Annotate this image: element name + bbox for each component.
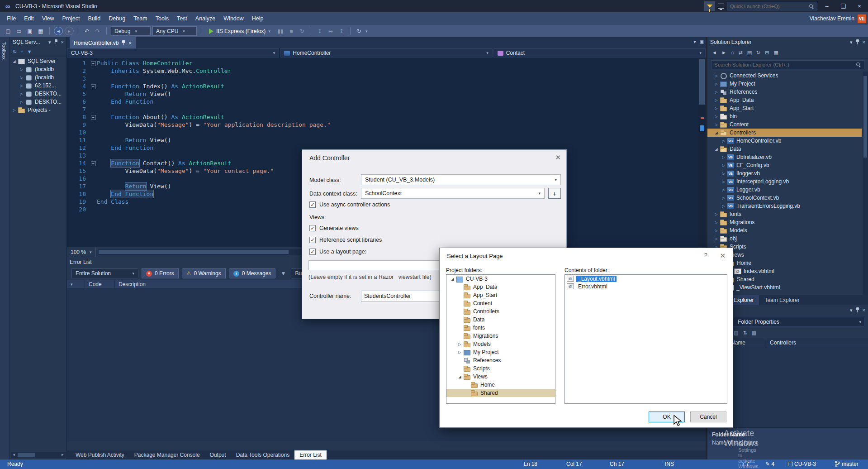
folder-item-home[interactable]: Home <box>446 381 555 389</box>
chevron-down-icon[interactable]: ▾ <box>48 40 51 45</box>
solution-item-obj[interactable]: ▷obj <box>707 234 862 243</box>
menu-window[interactable]: Window <box>219 12 247 25</box>
solution-item-interceptorlogging-vb[interactable]: ▷VBInterceptorLogging.vb <box>707 177 862 186</box>
close-icon[interactable]: × <box>61 40 64 45</box>
restore-button[interactable]: ❏ <box>836 0 850 12</box>
menu-debug[interactable]: Debug <box>104 12 129 25</box>
expander-icon[interactable]: ▷ <box>18 67 25 72</box>
pin-icon[interactable] <box>856 39 859 45</box>
menu-team[interactable]: Team <box>129 12 152 25</box>
expander-icon[interactable]: ▷ <box>713 98 720 102</box>
menu-help[interactable]: Help <box>248 12 268 25</box>
solution-item-homecontroller-vb[interactable]: ▷VBHomeController.vb <box>707 137 862 145</box>
close-icon[interactable]: × <box>863 308 865 313</box>
bottom-tab-error-list[interactable]: Error List <box>294 450 327 459</box>
restart-icon[interactable]: ↻ <box>298 27 307 36</box>
expander-icon[interactable]: ▷ <box>11 108 18 112</box>
solution-item-content[interactable]: ▷Content <box>707 120 862 129</box>
folder-item-app-data[interactable]: App_Data <box>446 283 555 291</box>
use-async-checkbox[interactable]: Use async controller actions <box>309 201 390 208</box>
solution-item-connected-services[interactable]: ▷Connected Services <box>707 72 862 80</box>
pin-icon[interactable] <box>122 40 125 46</box>
solution-search-box[interactable] <box>711 60 864 69</box>
expander-icon[interactable]: ▷ <box>456 342 463 346</box>
data-context-dropdown[interactable]: SchoolContext▾ <box>361 188 545 199</box>
folder-item-fonts[interactable]: fonts <box>446 324 555 332</box>
menu-file[interactable]: File <box>3 12 20 25</box>
expander-icon[interactable]: ▷ <box>720 204 727 208</box>
menu-tools[interactable]: Tools <box>152 12 173 25</box>
step-over-icon[interactable]: ↦ <box>326 27 335 36</box>
chevron-down-icon[interactable]: ▾ <box>850 308 853 313</box>
folder-item-views[interactable]: ◢Views <box>446 373 555 381</box>
folder-item-app-start[interactable]: App_Start <box>446 291 555 299</box>
messages-filter-button[interactable]: i 0 Messages <box>229 268 276 278</box>
solution-item-models[interactable]: ▷Models <box>707 226 862 234</box>
feedback-filter-button[interactable] <box>704 1 715 11</box>
close-icon[interactable]: ✕ <box>555 153 561 162</box>
pin-icon[interactable] <box>856 307 859 313</box>
solution-platforms-dropdown[interactable]: Any CPU▾ <box>152 26 197 36</box>
sql-horizontal-scrollbar[interactable]: ◄ ► <box>11 452 66 458</box>
solution-item-dbinitializer-vb[interactable]: ▷VBDbInitializer.vb <box>707 153 862 161</box>
browser-link-refresh-icon[interactable]: ↻ <box>355 27 364 36</box>
ok-button[interactable]: OK <box>649 412 685 422</box>
expander-icon[interactable]: ◢ <box>11 59 18 63</box>
browser-link-dropdown-icon[interactable]: ▾ <box>365 29 368 34</box>
help-icon[interactable]: ? <box>704 252 707 258</box>
solution-search-input[interactable] <box>714 62 856 67</box>
member-dropdown[interactable]: Contact▾ <box>493 48 706 57</box>
menu-test[interactable]: Test <box>173 12 191 25</box>
expander-icon[interactable]: ▷ <box>720 163 727 168</box>
file-item-layout-vbhtml[interactable]: @_Layout.vbhtml <box>565 275 727 282</box>
expander-icon[interactable]: ▷ <box>18 92 25 96</box>
warnings-filter-button[interactable]: ⚠ 0 Warnings <box>182 268 226 278</box>
close-button[interactable]: × <box>853 0 866 12</box>
fold-collapse-icon[interactable]: − <box>91 161 96 166</box>
expander-icon[interactable]: ▷ <box>713 90 720 94</box>
editor-vertical-scrollbar[interactable] <box>698 57 706 247</box>
toolbox-tab[interactable]: Toolbox <box>1 42 7 60</box>
folder-item-shared[interactable]: Shared <box>446 389 555 397</box>
quick-launch-box[interactable] <box>727 2 817 10</box>
collapse-all-icon[interactable]: ⊟ <box>765 50 769 55</box>
scroll-thumb[interactable] <box>18 453 35 457</box>
filter-icon[interactable]: ▼ <box>27 49 32 54</box>
new-file-icon[interactable]: ▢ <box>4 27 13 36</box>
close-icon[interactable]: ✕ <box>720 252 726 260</box>
reference-scripts-checkbox[interactable]: Reference script libraries <box>309 237 382 243</box>
fold-collapse-icon[interactable]: − <box>91 84 96 89</box>
menu-project[interactable]: Project <box>58 12 84 25</box>
switch-views-icon[interactable]: ⇄ <box>738 50 742 55</box>
sql-item-62-152[interactable]: ▷62.152... <box>10 81 66 90</box>
folder-item-controllers[interactable]: Controllers <box>446 307 555 316</box>
filter-icon[interactable]: ▼ <box>279 269 288 278</box>
zoom-select[interactable]: 100 %▾ <box>67 248 96 257</box>
fold-collapse-icon[interactable]: − <box>91 61 96 66</box>
solution-item-transienterrorslogging-vb[interactable]: ▷VBTransientErrorsLogging.vb <box>707 202 862 210</box>
solution-configurations-dropdown[interactable]: Debug▾ <box>111 26 151 36</box>
errors-filter-button[interactable]: × 0 Errors <box>142 268 179 278</box>
sql-item-localdb[interactable]: ▷(localdb <box>10 73 66 81</box>
bottom-tab-output[interactable]: Output <box>205 450 231 459</box>
add-server-icon[interactable]: + <box>20 49 23 54</box>
bottom-tab-web-publish-activity[interactable]: Web Publish Activity <box>71 450 129 459</box>
refresh-icon[interactable]: ↻ <box>13 49 17 54</box>
folder-item-models[interactable]: ▷Models <box>446 340 555 348</box>
file-item-error-vbhtml[interactable]: @Error.vbhtml <box>565 282 727 290</box>
git-changes-button[interactable]: ✎ 4 <box>765 459 774 469</box>
sql-item-deskto[interactable]: ▷DESKTO... <box>10 90 66 98</box>
sql-item-localdb[interactable]: ▷(localdb <box>10 65 66 73</box>
tab-homecontroller[interactable]: HomeController.vb × <box>70 37 136 48</box>
folder-item-my-project[interactable]: ▷My Project <box>446 348 555 356</box>
start-debugging-button[interactable]: IIS Express (Firefox) ▾ <box>205 26 274 36</box>
pause-icon[interactable]: ▮▮ <box>276 27 285 36</box>
bottom-tab-data-tools-operations[interactable]: Data Tools Operations <box>231 450 295 459</box>
home-icon[interactable]: ⌂ <box>731 50 734 55</box>
git-repository-button[interactable]: CU-VB-3 <box>788 459 816 469</box>
pending-changes-icon[interactable]: ▤ <box>747 50 752 55</box>
expander-icon[interactable]: ▷ <box>720 172 727 176</box>
solution-item-logger-vb[interactable]: ▷VBLogger.vb <box>707 186 862 194</box>
solution-item-schoolcontext-vb[interactable]: ▷VBSchoolContext.vb <box>707 194 862 202</box>
project-dropdown[interactable]: CU-VB-3▾ <box>67 48 279 57</box>
